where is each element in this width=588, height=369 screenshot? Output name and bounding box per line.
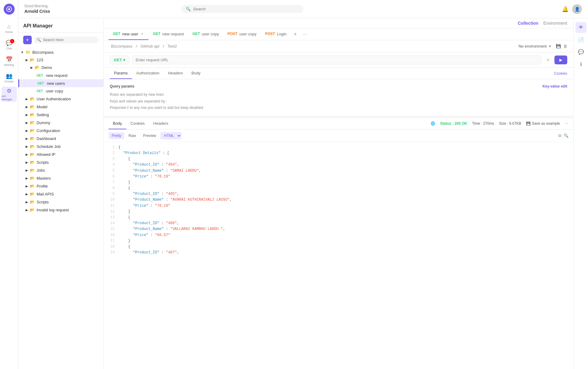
tab-post-login[interactable]: POST Login — [261, 29, 291, 40]
sidebar-item-home[interactable]: ⌂ Home — [2, 21, 17, 36]
format-type-select[interactable]: HTML JSON XML — [160, 132, 181, 139]
json-line-17: 17 } — [109, 238, 568, 244]
tree-item-dashboard[interactable]: ▶ 📂 Dashboard ⋯ — [18, 134, 103, 142]
json-body: 1 { 2 "Product Details" : [ 3 { 4 — [104, 142, 573, 369]
send-button[interactable]: ▶ — [554, 56, 567, 64]
tree-item-demo[interactable]: ▶ 📂 Demo — [18, 64, 103, 71]
chevron-right-icon: ▶ — [26, 192, 28, 196]
tree-item-profile-label: Profile — [37, 184, 92, 188]
chevron-right-icon: ▶ — [26, 58, 28, 62]
folder-icon: 📂 — [30, 152, 35, 157]
sidebar-item-groups[interactable]: 👥 Groups — [2, 70, 17, 85]
json-line-19: 19 "Product_ID" : "407", — [109, 250, 568, 256]
delete-icon[interactable]: 🗑 — [563, 44, 567, 48]
tab-post-user-copy[interactable]: POST user copy — [223, 29, 261, 40]
icon-nav: ⌂ Home 💬 1 Chat 📅 Meeting 👥 Groups ⚙ API… — [0, 0, 18, 369]
add-collection-button[interactable]: + — [23, 36, 32, 44]
groups-icon: 👥 — [6, 73, 13, 79]
json-line-6: 6 "Price" : "76.19" — [109, 174, 568, 180]
right-panel-chat-button[interactable]: 💬 — [575, 46, 586, 57]
tree-item-123[interactable]: ▶ 📂 123 — [18, 56, 103, 64]
tree-item-get-new-request[interactable]: GET new request ⋯ — [18, 71, 103, 79]
tab-get-new-user[interactable]: GET new user ✕ — [109, 29, 149, 40]
sidebar-item-chat[interactable]: 💬 1 Chat — [2, 37, 17, 52]
tree-item-configuration[interactable]: ▶ 📂 Configuration ⋯ — [18, 127, 103, 134]
json-line-16: 16 "Price" : "66.67" — [109, 232, 568, 238]
global-search[interactable]: 🔍 — [181, 5, 303, 13]
tab-environment[interactable]: Environment — [543, 21, 567, 26]
json-line-12: 12 } — [109, 209, 568, 215]
info-icon: ℹ — [580, 61, 582, 67]
tree-item-dummy[interactable]: ▶ 📂 Dummy ⋯ — [18, 119, 103, 127]
json-line-18: 18 { — [109, 244, 568, 250]
folder-icon: 📂 — [30, 192, 35, 196]
no-environment-label[interactable]: No environment — [518, 44, 547, 48]
clear-url-button[interactable]: ✕ — [544, 56, 552, 63]
tree-item-bizcompass[interactable]: ▼ 📁 Bizcompass — [18, 48, 103, 56]
tree-item-jobs[interactable]: ▶ 📂 Jobs ⋯ — [18, 166, 103, 174]
chevron-down-icon: ▼ — [21, 51, 24, 54]
format-tab-preview[interactable]: Preview — [140, 132, 159, 139]
tree-item-profile[interactable]: ▶ 📂 Profile ⋯ — [18, 182, 103, 190]
response-tab-cookies[interactable]: Cookies — [126, 118, 149, 129]
tree-item-configuration-label: Configuration — [37, 128, 92, 133]
cookies-link[interactable]: Cookies — [554, 71, 567, 76]
hint-1: Rows are separated by new lines — [110, 91, 567, 98]
tree-item-scripts2[interactable]: ▶ 📂 Scripts ⋯ — [18, 198, 103, 206]
more-tabs-button[interactable]: ⋯ — [300, 29, 310, 40]
response-tab-headers[interactable]: Headers — [149, 118, 173, 129]
tab-collection[interactable]: Collection — [518, 21, 539, 26]
save-icon[interactable]: 💾 — [556, 44, 561, 48]
tab-get-new-request[interactable]: GET new request — [149, 29, 188, 40]
response-tab-body[interactable]: Body — [109, 118, 126, 129]
copy-icon[interactable]: ⧉ — [558, 133, 561, 138]
folder-icon: 📂 — [30, 120, 35, 125]
tree-item-model[interactable]: ▶ 📂 Model ⋯ — [18, 103, 103, 111]
notification-icon[interactable]: 🔔 — [562, 6, 568, 13]
tree-item-schedule-job-label: Schedule Job — [37, 144, 92, 149]
sidebar-item-groups-label: Groups — [5, 80, 14, 83]
folder-icon: 📂 — [30, 160, 35, 165]
tree-item-scripts[interactable]: ▶ 📂 Scripts ⋯ — [18, 158, 103, 166]
search-json-icon[interactable]: 🔍 — [564, 133, 568, 138]
tree-item-scripts-label: Scripts — [37, 160, 92, 165]
avatar[interactable]: 👤 — [572, 4, 582, 14]
tab-close-button[interactable]: ✕ — [140, 32, 144, 36]
tab-get-user-copy[interactable]: GET user copy — [188, 29, 223, 40]
chevron-down-icon[interactable]: ▾ — [549, 44, 551, 48]
tree-item-get-user-copy[interactable]: GET user copy — [18, 87, 103, 95]
right-panel-info-button[interactable]: ℹ — [575, 59, 586, 70]
format-tab-pretty[interactable]: Pretty — [109, 132, 124, 139]
right-panel-eye-button[interactable]: 👁 — [575, 22, 586, 33]
header-actions: 🔔 👤 — [562, 4, 582, 14]
folder-icon: 📂 — [30, 113, 35, 117]
collection-env-bar: Collection Environment — [104, 18, 573, 28]
add-tab-button[interactable]: + — [291, 28, 300, 40]
sidebar-search-input[interactable] — [43, 38, 96, 42]
tree-item-masters[interactable]: ▶ 📂 Masters ⋯ — [18, 174, 103, 182]
env-selector: No environment ▾ 💾 🗑 — [518, 44, 567, 48]
sidebar-search[interactable]: 🔍 — [34, 37, 99, 43]
sidebar-toolbar: + 🔍 — [18, 33, 103, 47]
tree-item-mail-apis[interactable]: ▶ 📂 Mail APIS ⋯ — [18, 190, 103, 198]
tree-item-setting[interactable]: ▶ 📂 Setting ⋯ — [18, 111, 103, 119]
sidebar-item-meeting[interactable]: 📅 Meeting — [2, 54, 17, 69]
tab-body[interactable]: Body — [187, 68, 205, 79]
tab-headers[interactable]: Headers — [164, 68, 187, 79]
search-input[interactable] — [193, 7, 299, 11]
url-input[interactable] — [132, 56, 541, 64]
tree-item-schedule-job[interactable]: ▶ 📂 Schedule Job ⋯ — [18, 142, 103, 150]
tree-item-user-authentication[interactable]: ▶ 📂 User Authentication ⋯ — [18, 95, 103, 103]
sidebar-item-api-manager[interactable]: ⚙ API Manager — [2, 87, 17, 102]
tab-authorization[interactable]: Authorization — [132, 68, 164, 79]
save-example-button[interactable]: 💾 Save as example — [526, 121, 560, 126]
method-selector[interactable]: GET ▾ — [110, 56, 129, 64]
key-value-edit-button[interactable]: Key-value edit — [543, 84, 567, 88]
more-options-button[interactable]: ⋯ — [565, 121, 568, 126]
format-tab-raw[interactable]: Raw — [125, 132, 139, 139]
tree-item-get-new-users[interactable]: GET new users ⋯ — [18, 79, 103, 87]
tab-params[interactable]: Params — [110, 68, 132, 79]
right-panel-doc-button[interactable]: 📄 — [575, 34, 586, 45]
tree-item-allowed-ip[interactable]: ▶ 📂 Allowed IP ⋯ — [18, 150, 103, 158]
tree-item-invalid-log-request[interactable]: ▶ 📂 Invalid log request ⋯ — [18, 206, 103, 214]
